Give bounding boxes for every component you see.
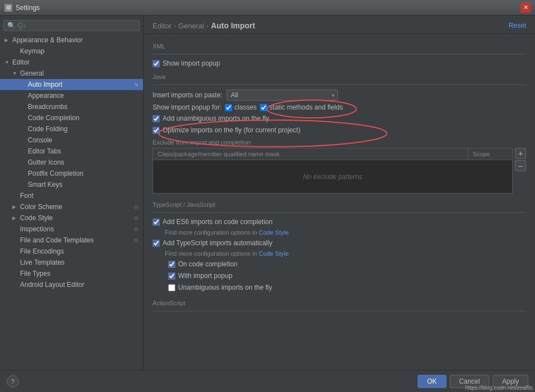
find-more-es6-text: Find more configuration options in bbox=[165, 229, 259, 236]
sidebar-item-editor-tabs[interactable]: Editor Tabs bbox=[0, 146, 143, 157]
with-import-popup-text: With import popup bbox=[178, 272, 232, 280]
sidebar-item-editor[interactable]: ▼Editor bbox=[0, 57, 143, 68]
sidebar-item-auto-import[interactable]: Auto Import✎ bbox=[0, 79, 143, 90]
sidebar-item-color-scheme[interactable]: ▶Color Scheme⚙ bbox=[0, 201, 143, 212]
sidebar-settings-icon-color-scheme: ⚙ bbox=[134, 204, 139, 210]
xml-divider bbox=[153, 54, 526, 54]
remove-exclude-button[interactable]: – bbox=[515, 160, 526, 171]
sidebar-item-android-layout-editor[interactable]: Android Layout Editor bbox=[0, 279, 143, 290]
static-methods-checkbox[interactable] bbox=[260, 104, 267, 111]
insert-imports-select[interactable]: All Ask None bbox=[227, 90, 338, 101]
classes-label[interactable]: classes bbox=[225, 103, 257, 111]
sidebar-item-postfix-completion[interactable]: Postfix Completion bbox=[0, 168, 143, 179]
sidebar-item-appearance-behavior[interactable]: ▶Appearance & Behavior bbox=[0, 34, 143, 46]
title-bar-left: ⚙ Settings bbox=[4, 4, 40, 12]
sidebar-item-gutter-icons[interactable]: Gutter Icons bbox=[0, 157, 143, 168]
apply-button[interactable]: Apply bbox=[493, 375, 528, 388]
sidebar-item-file-types[interactable]: File Types bbox=[0, 268, 143, 279]
sidebar-item-general[interactable]: ▼General bbox=[0, 68, 143, 79]
find-more-es6-link[interactable]: Code Style bbox=[259, 229, 289, 236]
no-patterns-row: No exclude patterns bbox=[153, 160, 513, 193]
add-es6-checkbox[interactable] bbox=[153, 219, 160, 226]
sidebar-item-label-code-style: Code Style bbox=[20, 214, 53, 222]
unambiguous-imports-checkbox[interactable] bbox=[168, 284, 175, 291]
show-import-popup-text: Show import popup bbox=[163, 59, 220, 67]
sidebar-item-label-general: General bbox=[20, 70, 44, 77]
ok-button[interactable]: OK bbox=[418, 375, 446, 388]
search-icon: 🔍 bbox=[7, 22, 16, 29]
panel-header: Editor › General › Auto Import Reset bbox=[144, 16, 535, 34]
title-text: Settings bbox=[16, 4, 40, 12]
add-exclude-button[interactable]: + bbox=[515, 148, 526, 159]
show-import-popup-checkbox[interactable] bbox=[153, 60, 160, 67]
optimize-imports-checkbox[interactable] bbox=[153, 127, 160, 134]
sidebar-item-code-style[interactable]: ▶Code Style⚙ bbox=[0, 212, 143, 224]
optimize-imports-row: Optimize imports on the fly (for current… bbox=[153, 126, 526, 135]
search-input[interactable] bbox=[18, 22, 136, 29]
search-box[interactable]: 🔍 bbox=[3, 20, 140, 31]
find-more-es6-row: Find more configuration options in Code … bbox=[165, 229, 526, 236]
sidebar-item-font[interactable]: Font bbox=[0, 190, 143, 201]
xml-section-label: XML bbox=[153, 43, 526, 49]
sidebar-item-label-android-layout-editor: Android Layout Editor bbox=[20, 281, 84, 289]
on-code-completion-label[interactable]: On code completion bbox=[168, 260, 238, 268]
sidebar-item-label-auto-import: Auto Import bbox=[28, 81, 62, 88]
cancel-button[interactable]: Cancel bbox=[450, 375, 489, 388]
add-unambiguous-label[interactable]: Add unambiguous imports on the fly bbox=[153, 115, 269, 122]
unambiguous-imports-label[interactable]: Unambiguous imports on the fly bbox=[168, 284, 272, 291]
sidebar-item-appearance[interactable]: Appearance bbox=[0, 90, 143, 101]
show-import-for-label: Show import popup for: bbox=[153, 103, 222, 111]
optimize-imports-label[interactable]: Optimize imports on the fly (for current… bbox=[153, 126, 300, 134]
sidebar-settings-icon-code-style: ⚙ bbox=[134, 215, 139, 221]
sidebar-item-inspections[interactable]: Inspections⚙ bbox=[0, 224, 143, 235]
find-more-ts-link[interactable]: Code Style bbox=[259, 250, 289, 257]
on-code-completion-checkbox[interactable] bbox=[168, 261, 175, 268]
sidebar-item-smart-keys[interactable]: Smart Keys bbox=[0, 179, 143, 190]
exclude-table-container: Class/package/member qualified name mask… bbox=[153, 148, 513, 193]
sidebar-item-code-completion[interactable]: Code Completion bbox=[0, 112, 143, 123]
find-more-ts-text: Find more configuration options in bbox=[165, 250, 259, 257]
sidebar-item-label-code-completion: Code Completion bbox=[28, 114, 80, 122]
add-unambiguous-checkbox[interactable] bbox=[153, 115, 160, 122]
tree-arrow-code-style: ▶ bbox=[12, 215, 18, 221]
show-import-popup-label[interactable]: Show import popup bbox=[153, 59, 220, 67]
sidebar-item-live-templates[interactable]: Live Templates bbox=[0, 257, 143, 268]
help-button[interactable]: ? bbox=[7, 375, 19, 388]
static-methods-label[interactable]: static methods and fields bbox=[260, 103, 343, 111]
add-unambiguous-text: Add unambiguous imports on the fly bbox=[163, 115, 269, 122]
sidebar-item-console[interactable]: Console bbox=[0, 135, 143, 146]
settings-dialog: 🔍 ▶Appearance & BehaviorKeymap▼Editor▼Ge… bbox=[0, 16, 535, 392]
sidebar-tree: ▶Appearance & BehaviorKeymap▼Editor▼Gene… bbox=[0, 34, 143, 290]
breadcrumb: Editor › General › Auto Import bbox=[153, 21, 255, 30]
tree-arrow-general: ▼ bbox=[12, 71, 18, 76]
breadcrumb-sep1: › bbox=[174, 22, 176, 30]
content-area: 🔍 ▶Appearance & BehaviorKeymap▼Editor▼Ge… bbox=[0, 16, 535, 370]
sidebar-item-file-code-templates[interactable]: File and Code Templates⚙ bbox=[0, 235, 143, 246]
sidebar-item-file-encodings[interactable]: File Encodings bbox=[0, 246, 143, 257]
sidebar-item-label-appearance-behavior: Appearance & Behavior bbox=[12, 36, 83, 44]
settings-icon: ⚙ bbox=[4, 4, 12, 12]
reset-button[interactable]: Reset bbox=[509, 22, 526, 29]
close-button[interactable]: ✕ bbox=[521, 3, 531, 13]
with-import-popup-label[interactable]: With import popup bbox=[168, 272, 232, 280]
add-es6-label[interactable]: Add ES6 imports on code completion bbox=[153, 218, 272, 226]
sidebar-item-breadcrumbs[interactable]: Breadcrumbs bbox=[0, 101, 143, 112]
insert-imports-row: Insert imports on paste: All Ask None bbox=[153, 90, 526, 101]
ts-section-label: TypeScript / JavaScript bbox=[153, 201, 526, 208]
ts-divider bbox=[153, 212, 526, 213]
show-import-for-row: Show import popup for: classes static me… bbox=[153, 103, 526, 111]
with-import-popup-checkbox[interactable] bbox=[168, 272, 175, 280]
classes-checkbox[interactable] bbox=[225, 104, 232, 111]
breadcrumb-current: Auto Import bbox=[211, 21, 255, 30]
sidebar-item-label-console: Console bbox=[28, 136, 52, 144]
sidebar-item-code-folding[interactable]: Code Folding bbox=[0, 123, 143, 135]
sidebar-item-label-file-types: File Types bbox=[20, 270, 50, 277]
add-typescript-label[interactable]: Add TypeScript imports automatically bbox=[153, 239, 272, 247]
sidebar-item-label-file-encodings: File Encodings bbox=[20, 247, 64, 255]
sidebar-item-keymap[interactable]: Keymap bbox=[0, 46, 143, 57]
exclude-table: Class/package/member qualified name mask… bbox=[153, 148, 513, 193]
exclude-col-scope: Scope bbox=[468, 148, 513, 160]
classes-text: classes bbox=[234, 103, 257, 111]
add-typescript-checkbox[interactable] bbox=[153, 240, 160, 247]
bottom-bar: ? OK Cancel Apply bbox=[0, 370, 535, 392]
